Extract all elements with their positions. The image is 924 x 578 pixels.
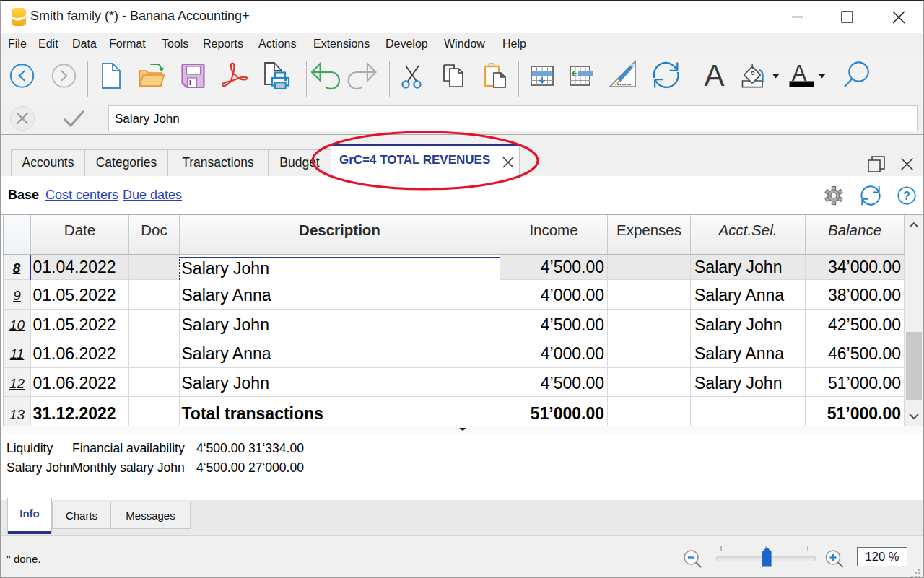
svg-text:A: A xyxy=(704,58,724,92)
svg-text:?: ? xyxy=(903,190,910,202)
